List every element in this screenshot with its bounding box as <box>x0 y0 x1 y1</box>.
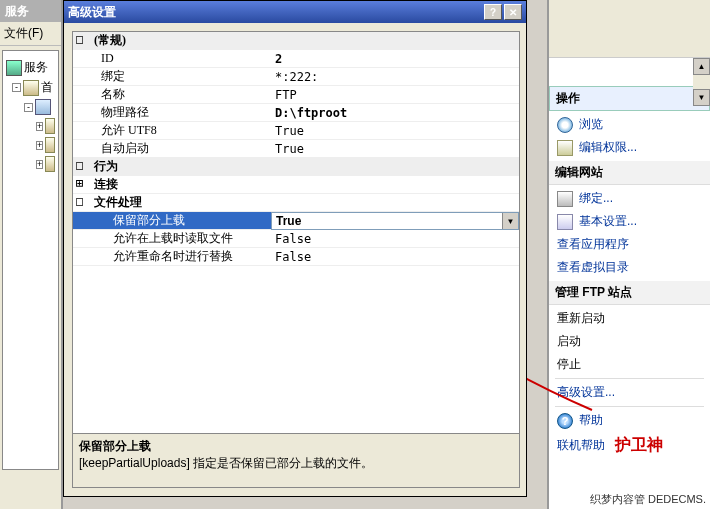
tree-item[interactable]: - 首 <box>12 79 55 96</box>
category-general[interactable]: □ (常规) <box>73 32 519 50</box>
prop-value: True <box>271 122 519 139</box>
action-stop[interactable]: 停止 <box>549 353 710 376</box>
advanced-settings-dialog: 高级设置 ? ✕ □ (常规) ID 2 绑定 *:222: 名称 FTP 物理… <box>63 0 527 497</box>
description-title: 保留部分上载 <box>79 438 513 455</box>
expand-icon[interactable]: + <box>36 160 43 169</box>
prop-value: False <box>271 248 519 265</box>
folder-icon <box>45 137 55 153</box>
dialog-title: 高级设置 <box>68 4 482 21</box>
action-group-edit-site: 编辑网站 <box>549 161 710 185</box>
tree-item[interactable]: - <box>24 99 55 115</box>
action-basic-settings[interactable]: 基本设置... <box>549 210 710 233</box>
expand-icon[interactable]: + <box>36 141 43 150</box>
prop-label: 允许重命名时进行替换 <box>73 248 271 265</box>
action-label: 基本设置... <box>579 213 637 230</box>
prop-value: 2 <box>271 50 519 67</box>
action-label: 查看应用程序 <box>557 236 629 253</box>
browse-icon <box>557 117 573 133</box>
prop-row-physical-path[interactable]: 物理路径 D:\ftproot <box>73 104 519 122</box>
description-text: [keepPartialUploads] 指定是否保留已部分上载的文件。 <box>79 455 513 472</box>
action-edit-permissions[interactable]: 编辑权限... <box>549 136 710 159</box>
expand-icon[interactable]: ⊞ <box>73 176 86 193</box>
prop-value: D:\ftproot <box>271 104 519 121</box>
collapse-icon[interactable]: □ <box>73 158 86 175</box>
prop-value: True <box>271 140 519 157</box>
vertical-scrollbar[interactable]: ▲ ▼ <box>693 58 710 106</box>
prop-label: ID <box>73 50 271 67</box>
close-button[interactable]: ✕ <box>504 4 522 20</box>
menu-file[interactable]: 文件(F) <box>0 22 61 46</box>
tree-item[interactable]: + <box>36 137 55 153</box>
action-group-manage-ftp: 管理 FTP 站点 <box>549 281 710 305</box>
prop-label: 绑定 <box>73 68 271 85</box>
category-label: 行为 <box>86 158 118 175</box>
collapse-icon[interactable]: - <box>12 83 21 92</box>
permission-icon <box>557 140 573 156</box>
prop-row-binding[interactable]: 绑定 *:222: <box>73 68 519 86</box>
action-browse[interactable]: 浏览 <box>549 113 710 136</box>
category-label: 文件处理 <box>86 194 142 211</box>
footer-credit: 织梦内容管 DEDECMS. <box>590 492 706 507</box>
prop-row-autostart[interactable]: 自动启动 True <box>73 140 519 158</box>
action-label: 启动 <box>557 333 581 350</box>
tree-view[interactable]: 服务 - 首 - + + + <box>2 50 59 470</box>
actions-header: 操作 <box>549 86 710 111</box>
scroll-up-button[interactable]: ▲ <box>693 58 710 75</box>
tree-item-label: 首 <box>41 79 53 96</box>
action-view-virtual-dirs[interactable]: 查看虚拟目录 <box>549 256 710 279</box>
prop-row-allow-replace-on-rename[interactable]: 允许重命名时进行替换 False <box>73 248 519 266</box>
expand-icon[interactable]: + <box>36 122 43 131</box>
prop-label: 名称 <box>73 86 271 103</box>
dropdown-button[interactable]: ▼ <box>502 213 518 229</box>
action-view-applications[interactable]: 查看应用程序 <box>549 233 710 256</box>
action-start[interactable]: 启动 <box>549 330 710 353</box>
right-blank-area <box>549 0 710 58</box>
tree-item[interactable]: + <box>36 118 55 134</box>
actions-pane: ▲ ▼ 操作 浏览 编辑权限... 编辑网站 绑定... 基本设置... <box>547 0 710 509</box>
collapse-icon[interactable]: □ <box>73 194 86 211</box>
action-label: 联机帮助 <box>557 437 605 454</box>
action-label: 查看虚拟目录 <box>557 259 629 276</box>
action-label: 帮助 <box>579 412 603 429</box>
prop-value-editor[interactable]: True ▼ <box>271 212 519 230</box>
action-online-help[interactable]: 联机帮助 护卫神 <box>549 432 710 459</box>
tree-item[interactable]: + <box>36 156 55 172</box>
action-help[interactable]: ? 帮助 <box>549 409 710 432</box>
prop-label: 保留部分上载 <box>73 212 271 229</box>
action-label: 停止 <box>557 356 581 373</box>
tree-item-root[interactable]: 服务 <box>6 59 55 76</box>
prop-row-name[interactable]: 名称 FTP <box>73 86 519 104</box>
prop-row-id[interactable]: ID 2 <box>73 50 519 68</box>
prop-value: True <box>276 214 301 228</box>
action-label: 重新启动 <box>557 310 605 327</box>
action-label: 高级设置... <box>557 384 615 401</box>
bindings-icon <box>557 191 573 207</box>
category-label: 连接 <box>86 176 118 193</box>
collapse-icon[interactable]: - <box>24 103 33 112</box>
settings-icon <box>557 214 573 230</box>
prop-value: *:222: <box>271 68 519 85</box>
action-restart[interactable]: 重新启动 <box>549 307 710 330</box>
help-icon: ? <box>557 413 573 429</box>
dialog-titlebar[interactable]: 高级设置 ? ✕ <box>64 1 526 23</box>
action-bindings[interactable]: 绑定... <box>549 187 710 210</box>
watermark-text: 护卫神 <box>615 435 663 456</box>
prop-row-keep-partial-upload[interactable]: 保留部分上载 True ▼ <box>73 212 519 230</box>
category-file-processing[interactable]: □ 文件处理 <box>73 194 519 212</box>
scroll-down-button[interactable]: ▼ <box>693 89 710 106</box>
category-connection[interactable]: ⊞ 连接 <box>73 176 519 194</box>
server-icon <box>6 60 22 76</box>
prop-label: 允许在上载时读取文件 <box>73 230 271 247</box>
prop-row-allow-utf8[interactable]: 允许 UTF8 True <box>73 122 519 140</box>
folder-icon <box>45 156 55 172</box>
property-grid[interactable]: □ (常规) ID 2 绑定 *:222: 名称 FTP 物理路径 D:\ftp… <box>72 31 520 445</box>
action-advanced-settings[interactable]: 高级设置... <box>549 381 710 404</box>
prop-row-allow-read-during-upload[interactable]: 允许在上载时读取文件 False <box>73 230 519 248</box>
site-icon <box>35 99 51 115</box>
collapse-icon[interactable]: □ <box>73 32 86 49</box>
folder-icon <box>45 118 55 134</box>
category-label: (常规) <box>86 32 126 49</box>
category-behavior[interactable]: □ 行为 <box>73 158 519 176</box>
help-button[interactable]: ? <box>484 4 502 20</box>
prop-label: 自动启动 <box>73 140 271 157</box>
